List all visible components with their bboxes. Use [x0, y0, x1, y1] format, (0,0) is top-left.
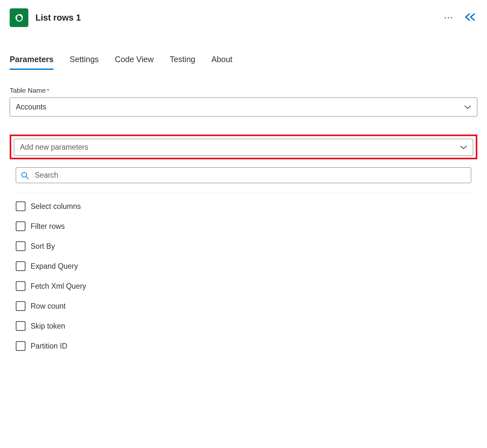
tab-list: Parameters Settings Code View Testing Ab… [10, 55, 477, 70]
option-label: Filter rows [31, 222, 65, 231]
checkbox[interactable] [16, 301, 25, 311]
option-label: Row count [31, 302, 66, 311]
checkbox[interactable] [16, 201, 25, 211]
svg-line-1 [26, 177, 28, 179]
add-new-parameters-dropdown[interactable]: Add new parameters [14, 139, 473, 156]
parameters-form: Table Name* Accounts Add new parameters [10, 87, 477, 351]
option-select-columns[interactable]: Select columns [16, 201, 471, 211]
dataverse-connector-icon [10, 8, 28, 27]
checkbox[interactable] [16, 261, 25, 271]
option-label: Skip token [31, 322, 65, 331]
parameter-search-input[interactable] [35, 171, 466, 180]
more-options-button[interactable]: ··· [444, 14, 454, 22]
double-chevron-left-icon [464, 13, 477, 22]
option-partition-id[interactable]: Partition ID [16, 341, 471, 351]
checkbox[interactable] [16, 221, 25, 231]
option-fetch-xml-query[interactable]: Fetch Xml Query [16, 281, 471, 291]
table-name-select[interactable]: Accounts [10, 98, 477, 117]
option-label: Partition ID [31, 342, 67, 350]
table-name-field: Table Name* Accounts [10, 87, 477, 117]
option-label: Select columns [31, 202, 81, 211]
checkbox[interactable] [16, 281, 25, 291]
option-filter-rows[interactable]: Filter rows [16, 221, 471, 231]
table-name-value: Accounts [16, 103, 46, 111]
collapse-panel-button[interactable] [464, 13, 477, 23]
panel-header: List rows 1 ··· [10, 6, 477, 31]
add-parameters-placeholder: Add new parameters [20, 143, 88, 152]
option-skip-token[interactable]: Skip token [16, 321, 471, 331]
tab-code-view[interactable]: Code View [115, 55, 154, 70]
action-title: List rows 1 [35, 13, 81, 23]
checkbox[interactable] [16, 241, 25, 251]
option-sort-by[interactable]: Sort By [16, 241, 471, 251]
add-parameters-highlight: Add new parameters [10, 135, 477, 159]
parameter-options-list: Select columns Filter rows Sort By Expan… [16, 193, 471, 351]
option-label: Expand Query [31, 262, 78, 271]
checkbox[interactable] [16, 321, 25, 331]
parameters-dropdown-panel: Select columns Filter rows Sort By Expan… [10, 163, 477, 351]
chevron-down-icon [460, 145, 467, 150]
option-row-count[interactable]: Row count [16, 301, 471, 311]
tab-settings[interactable]: Settings [70, 55, 99, 70]
option-expand-query[interactable]: Expand Query [16, 261, 471, 271]
table-name-label: Table Name [10, 87, 46, 94]
parameter-search-box[interactable] [16, 167, 471, 183]
required-indicator: * [47, 88, 49, 94]
tab-testing[interactable]: Testing [170, 55, 195, 70]
chevron-down-icon [464, 105, 471, 109]
tab-parameters[interactable]: Parameters [10, 55, 53, 70]
header-actions: ··· [444, 13, 477, 23]
tab-about[interactable]: About [211, 55, 232, 70]
option-label: Fetch Xml Query [31, 282, 86, 291]
checkbox[interactable] [16, 341, 25, 351]
header-left: List rows 1 [10, 8, 81, 27]
option-label: Sort By [31, 242, 55, 251]
search-icon [21, 171, 29, 180]
